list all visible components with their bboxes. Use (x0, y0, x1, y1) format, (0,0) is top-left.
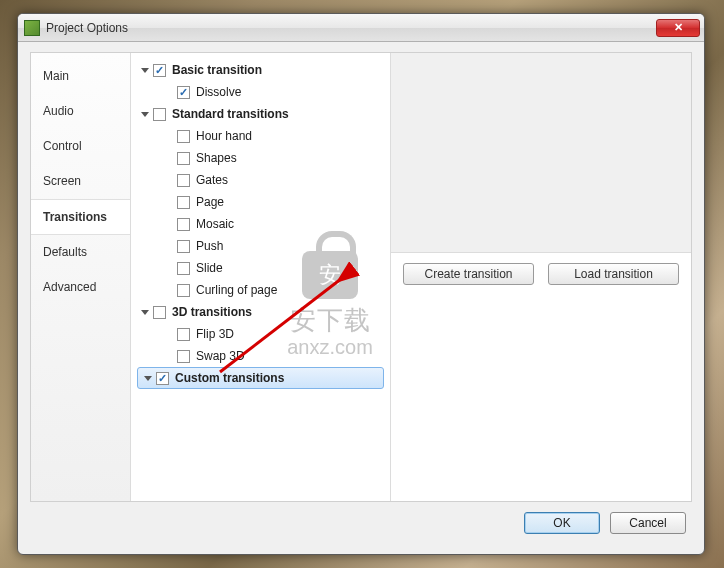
checkbox[interactable] (177, 130, 190, 143)
tree-label: Curling of page (196, 283, 277, 297)
tree-label: Custom transitions (175, 371, 284, 385)
sidebar-item-defaults[interactable]: Defaults (31, 235, 130, 270)
tree-row[interactable]: Gates (135, 169, 386, 191)
tree-label: Push (196, 239, 223, 253)
app-icon (24, 20, 40, 36)
transition-tree[interactable]: Basic transitionDissolveStandard transit… (131, 53, 391, 501)
checkbox[interactable] (177, 86, 190, 99)
tree-label: 3D transitions (172, 305, 252, 319)
tree-row[interactable]: Dissolve (135, 81, 386, 103)
tree-label: Gates (196, 173, 228, 187)
tree-row[interactable]: Hour hand (135, 125, 386, 147)
checkbox[interactable] (153, 108, 166, 121)
create-transition-button[interactable]: Create transition (403, 263, 534, 285)
titlebar[interactable]: Project Options ✕ (18, 14, 704, 42)
checkbox[interactable] (177, 328, 190, 341)
sidebar-item-audio[interactable]: Audio (31, 94, 130, 129)
tree-label: Flip 3D (196, 327, 234, 341)
tree-row[interactable]: Shapes (135, 147, 386, 169)
tree-row[interactable]: Slide (135, 257, 386, 279)
content-row: MainAudioControlScreenTransitionsDefault… (30, 52, 692, 502)
tree-label: Hour hand (196, 129, 252, 143)
tree-label: Basic transition (172, 63, 262, 77)
window-title: Project Options (46, 21, 656, 35)
close-button[interactable]: ✕ (656, 19, 700, 37)
sidebar-item-advanced[interactable]: Advanced (31, 270, 130, 305)
transition-button-row: Create transition Load transition (391, 253, 691, 295)
sidebar-item-main[interactable]: Main (31, 59, 130, 94)
chevron-down-icon[interactable] (144, 376, 152, 381)
checkbox[interactable] (177, 152, 190, 165)
checkbox[interactable] (153, 306, 166, 319)
tree-label: Dissolve (196, 85, 241, 99)
tree-label: Mosaic (196, 217, 234, 231)
tree-label: Swap 3D (196, 349, 245, 363)
tree-row[interactable]: Mosaic (135, 213, 386, 235)
tree-row[interactable]: Basic transition (135, 59, 386, 81)
checkbox[interactable] (156, 372, 169, 385)
client-area: MainAudioControlScreenTransitionsDefault… (18, 42, 704, 554)
checkbox[interactable] (177, 196, 190, 209)
tree-row[interactable]: Swap 3D (135, 345, 386, 367)
right-panel: Create transition Load transition (391, 53, 691, 501)
checkbox[interactable] (177, 262, 190, 275)
tree-row[interactable]: Page (135, 191, 386, 213)
tree-row[interactable]: Flip 3D (135, 323, 386, 345)
chevron-down-icon[interactable] (141, 112, 149, 117)
checkbox[interactable] (153, 64, 166, 77)
checkbox[interactable] (177, 350, 190, 363)
load-transition-button[interactable]: Load transition (548, 263, 679, 285)
checkbox[interactable] (177, 284, 190, 297)
tree-label: Standard transitions (172, 107, 289, 121)
cancel-button[interactable]: Cancel (610, 512, 686, 534)
sidebar-item-control[interactable]: Control (31, 129, 130, 164)
checkbox[interactable] (177, 240, 190, 253)
chevron-down-icon[interactable] (141, 68, 149, 73)
sidebar-nav: MainAudioControlScreenTransitionsDefault… (31, 53, 131, 501)
ok-button[interactable]: OK (524, 512, 600, 534)
tree-row[interactable]: Custom transitions (137, 367, 384, 389)
tree-label: Shapes (196, 151, 237, 165)
tree-row[interactable]: Curling of page (135, 279, 386, 301)
tree-row[interactable]: 3D transitions (135, 301, 386, 323)
chevron-down-icon[interactable] (141, 310, 149, 315)
tree-row[interactable]: Push (135, 235, 386, 257)
project-options-window: Project Options ✕ MainAudioControlScreen… (17, 13, 705, 555)
checkbox[interactable] (177, 174, 190, 187)
sidebar-item-screen[interactable]: Screen (31, 164, 130, 199)
tree-label: Slide (196, 261, 223, 275)
tree-label: Page (196, 195, 224, 209)
preview-box (391, 53, 691, 253)
dialog-button-bar: OK Cancel (30, 502, 692, 544)
sidebar-item-transitions[interactable]: Transitions (31, 199, 130, 235)
tree-row[interactable]: Standard transitions (135, 103, 386, 125)
checkbox[interactable] (177, 218, 190, 231)
